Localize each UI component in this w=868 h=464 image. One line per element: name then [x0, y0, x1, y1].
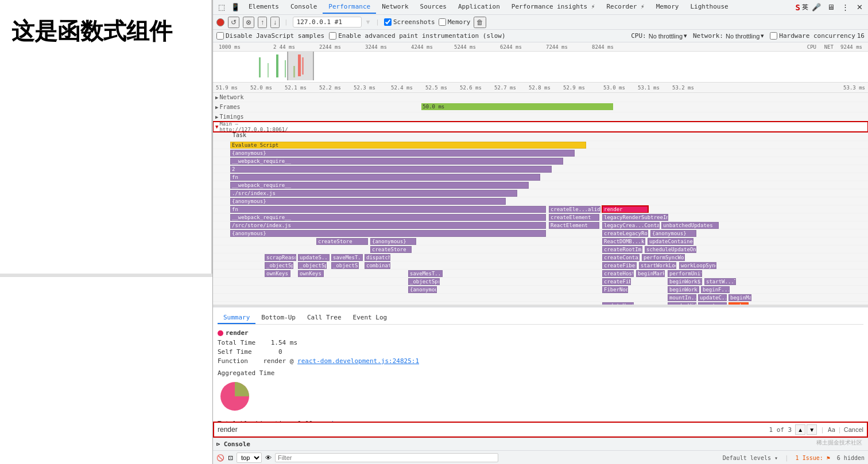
reload-record-button[interactable]: ↺ — [228, 17, 239, 28]
function-link[interactable]: react-dom.development.js:24825:1 — [297, 357, 419, 365]
bottom-resize-handle[interactable] — [0, 274, 212, 277]
scrap-block[interactable]: scrapReason — [265, 254, 296, 261]
objspread-1[interactable]: _objectSpread — [265, 262, 293, 269]
savemes-2-block[interactable]: saveMesT...itState — [408, 270, 443, 277]
tab-lighthouse[interactable]: Lighthouse — [684, 1, 734, 14]
tab-elements[interactable]: Elements — [243, 1, 285, 14]
enable-paint-label[interactable]: Enable advanced paint instrumentation (s… — [329, 32, 505, 40]
clear-button[interactable]: 🗑 — [474, 17, 486, 28]
screen-button[interactable]: 🖥 — [824, 1, 837, 14]
download-profile-button[interactable]: ↓ — [270, 17, 280, 28]
tab-performance-insights[interactable]: Performance insights ⚡ — [506, 1, 601, 14]
reactdomking-block[interactable]: ReactDOMB...kingRoot — [602, 238, 645, 245]
update-container-block[interactable]: updateContainer — [648, 238, 693, 245]
startw-timer-block[interactable]: startW...Timer — [704, 278, 736, 285]
render-with-hooks-block[interactable]: renderWithHooks — [668, 302, 696, 305]
anon-2-block[interactable]: {anonymous} — [230, 198, 506, 205]
memory-checkbox-label[interactable]: Memory — [439, 18, 471, 26]
beginwork-block[interactable]: beginWork — [668, 286, 699, 293]
construct-block[interactable]: construc...Instance — [698, 302, 727, 305]
network-dropdown[interactable]: No throttling ▾ — [726, 32, 764, 40]
disable-js-label[interactable]: Disable JavaScript samples — [216, 32, 324, 40]
anon-1-block[interactable]: {anonymous} — [230, 150, 575, 157]
cpu-dropdown[interactable]: No throttling ▾ — [649, 32, 687, 40]
search-up-button[interactable]: ▲ — [795, 424, 805, 435]
update-p-block[interactable]: updateS...pModel — [298, 254, 330, 261]
create-store-block[interactable]: createStore — [316, 238, 368, 245]
console-clear-button[interactable]: 🚫 — [216, 454, 224, 462]
hardware-concurrency-checkbox[interactable] — [770, 32, 777, 40]
legacy-crea-block[interactable]: legacyCrea...Container — [602, 222, 660, 229]
tab-network[interactable]: Network — [376, 1, 414, 14]
screenshots-checkbox[interactable] — [384, 18, 392, 26]
upload-profile-button[interactable]: ↑ — [258, 17, 267, 28]
tab-sources[interactable]: Sources — [414, 1, 452, 14]
webpack-3-block[interactable]: __webpack_require__ — [230, 214, 546, 221]
filter-input[interactable] — [275, 453, 498, 462]
ownkeys-1[interactable]: ownKeys — [265, 270, 290, 277]
objspread-3[interactable]: _objectSpread — [331, 262, 359, 269]
create-store-2-block[interactable]: createStore — [370, 246, 412, 253]
begin-mark-block[interactable]: beginMark — [636, 270, 665, 277]
create-rootimpl-block[interactable]: createRootImpl — [602, 246, 642, 253]
console-filter-button[interactable]: ⊡ — [228, 454, 233, 462]
mark-block[interactable]: mark — [728, 302, 749, 305]
cancel-search-button[interactable]: Cancel — [844, 426, 863, 433]
webpack-2-block[interactable]: __webpack_require__ — [230, 182, 529, 189]
record-button[interactable] — [216, 18, 224, 26]
anon-6[interactable]: {anonymous} — [408, 286, 437, 293]
create-legacy-block[interactable]: createLegacyRoot — [602, 230, 648, 237]
create-elem-block[interactable]: createElement — [549, 214, 599, 221]
create-fiber-block[interactable]: createFiber — [602, 278, 631, 285]
device-button[interactable]: 📱 — [229, 1, 242, 14]
tab-application[interactable]: Application — [452, 1, 506, 14]
src-store-block[interactable]: /src/store/index.js — [230, 222, 546, 229]
fn-render-block[interactable]: fn — [230, 206, 546, 213]
tab-memory[interactable]: Memory — [650, 1, 685, 14]
begin-mark-2[interactable]: beginMark — [728, 294, 751, 301]
anon-mid-block[interactable]: {anonymous} — [370, 238, 416, 245]
search-input[interactable] — [218, 426, 769, 434]
search-down-button[interactable]: ▼ — [807, 424, 817, 435]
stop-button[interactable]: ⊗ — [243, 17, 254, 28]
memory-checkbox[interactable] — [439, 18, 446, 26]
hardware-concurrency-label[interactable]: Hardware concurrency 16 — [770, 32, 865, 40]
screenshots-checkbox-label[interactable]: Screenshots — [384, 18, 435, 26]
fiber-node-block[interactable]: FiberNode — [602, 286, 628, 293]
savemes-block[interactable]: saveMesT...itState — [331, 254, 363, 261]
beginwork1-block[interactable]: beginWork$1 — [668, 278, 702, 285]
beginf-mark-block[interactable]: beginF...Mark — [701, 286, 730, 293]
legacy-render-block[interactable]: legacyRenderSubtreeIntoContainer — [602, 214, 668, 221]
create-ele-block[interactable]: createEle...alidation — [549, 206, 600, 213]
disable-js-checkbox[interactable] — [216, 32, 224, 40]
tab-console[interactable]: Console — [285, 1, 323, 14]
objspread-2[interactable]: _objectSpread — [298, 262, 327, 269]
evaluate-script-block[interactable]: Evaluate Script — [230, 142, 586, 149]
inspect-button[interactable]: ⬚ — [215, 1, 228, 14]
webpack-1-block[interactable]: __webpack_require__ — [230, 158, 563, 165]
tab-bottom-up[interactable]: Bottom-Up — [255, 312, 301, 324]
updatec-block[interactable]: updateC...ponent — [698, 294, 727, 301]
fn-1-block[interactable]: fn — [230, 174, 540, 181]
update-host-block[interactable]: updateHostRoot — [602, 302, 634, 305]
create-host-block[interactable]: createHostRootFiber — [602, 270, 634, 277]
src-index-block[interactable]: ./src/index.js — [230, 190, 517, 197]
combination-block[interactable]: combination — [365, 262, 390, 269]
enable-paint-checkbox[interactable] — [329, 32, 336, 40]
mic-button[interactable]: 🎤 — [810, 1, 823, 14]
start-work-block[interactable]: startWorkLoopTimer — [639, 262, 676, 269]
create-fiber-root-block[interactable]: createFiberRoot — [602, 262, 637, 269]
tab-summary[interactable]: Summary — [218, 312, 255, 324]
tab-call-tree[interactable]: Call Tree — [301, 312, 347, 324]
unbatched-block[interactable]: unbatchedUpdates — [661, 222, 719, 229]
anon-right-block[interactable]: {anonymous} — [650, 230, 696, 237]
ownkeys-2[interactable]: ownKeys — [298, 270, 324, 277]
perform-unit-block[interactable]: performUnitOfWork — [668, 270, 702, 277]
schedule-update-block[interactable]: scheduleUpdateOnFiber — [645, 246, 696, 253]
workloop-block[interactable]: workLoopSync — [679, 262, 716, 269]
objspread-4[interactable]: _objectSpread — [408, 278, 440, 285]
tab-performance[interactable]: Performance — [323, 1, 376, 14]
mountin-block[interactable]: mountIn...ponent — [668, 294, 696, 301]
context-selector[interactable]: top — [237, 453, 262, 463]
anon-3-block[interactable]: {anonymous} — [230, 230, 546, 237]
